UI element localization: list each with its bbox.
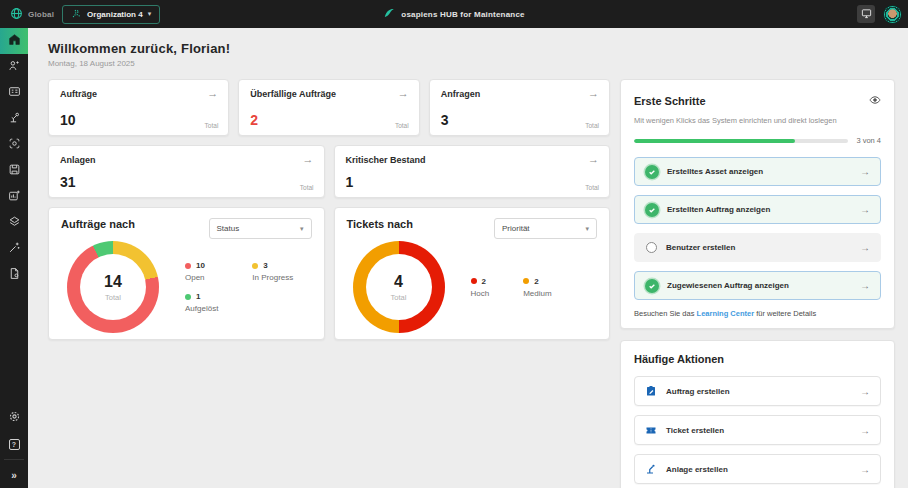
organization-selector[interactable]: Organization 4 ▾	[62, 5, 160, 24]
sidebar-item-work-orders[interactable]	[0, 80, 28, 106]
qa-item-auftrag-erstellen[interactable]: Auftrag erstellen →	[634, 376, 881, 406]
chart-title: Tickets nach	[347, 218, 413, 230]
monitor-icon	[861, 5, 872, 23]
sidebar-item-help[interactable]: ?	[0, 431, 28, 457]
sidebar-item-team[interactable]	[0, 54, 28, 80]
arrow-right-icon: →	[860, 242, 870, 253]
quick-actions-title: Häufige Aktionen	[634, 353, 881, 365]
arrow-right-icon: →	[588, 87, 599, 99]
kpi-card-ueberfaellige-auftraege[interactable]: Überfällige Aufträge → 2 Total	[238, 79, 419, 136]
donut-total-label: Total	[105, 293, 121, 302]
sidebar-item-scanner[interactable]	[0, 132, 28, 158]
arrow-right-icon: →	[860, 425, 870, 436]
legend-dot	[471, 278, 477, 284]
legend-item-hoch: 2 Hoch	[471, 277, 490, 298]
progress-bar	[634, 139, 848, 143]
kpi-value: 2	[250, 112, 258, 128]
kpi-total-label: Total	[205, 122, 219, 129]
sidebar-item-documents[interactable]	[0, 262, 28, 288]
help-icon: ?	[9, 439, 20, 450]
getting-started-subtitle: Mit wenigen Klicks das System einrichten…	[634, 116, 881, 125]
learning-center-link[interactable]: Learning Center	[697, 309, 755, 318]
sidebar-item-home[interactable]	[0, 28, 28, 54]
sidebar-item-reports[interactable]	[0, 184, 28, 210]
sidebar-item-settings[interactable]	[0, 405, 28, 431]
chart-title: Aufträge nach	[61, 218, 135, 230]
kpi-label: Kritischer Bestand	[346, 155, 599, 165]
magic-wand-icon	[8, 240, 21, 258]
arrow-right-icon: →	[207, 87, 218, 99]
user-avatar[interactable]	[883, 5, 902, 24]
layers-icon	[8, 214, 21, 232]
chart-card-auftraege-nach: Aufträge nach Status ▾ 14 Total	[48, 207, 325, 340]
qa-item-anlage-erstellen[interactable]: Anlage erstellen →	[634, 454, 881, 484]
donut-chart-tickets: 4 Total	[353, 241, 445, 333]
sidebar-nav: ? »	[0, 28, 28, 488]
chart-legend: 10 Open 3 In Progress 1 Aufgelöst	[185, 261, 293, 313]
sidebar-item-inventory[interactable]	[0, 158, 28, 184]
kpi-label: Aufträge	[60, 89, 217, 99]
kpi-card-auftraege[interactable]: Aufträge → 10 Total	[48, 79, 229, 136]
kpi-card-anlagen[interactable]: Anlagen → 31 Total	[48, 145, 325, 198]
getting-started-panel: Erste Schritte Mit wenigen Klicks das Sy…	[620, 79, 895, 329]
double-chevron-right-icon: »	[11, 470, 17, 481]
kpi-value: 3	[441, 112, 449, 128]
legend-item-aufgeloest: 1 Aufgelöst	[185, 292, 218, 313]
sidebar-item-assets[interactable]	[0, 106, 28, 132]
status-filter-select[interactable]: Status ▾	[209, 218, 312, 239]
globe-icon	[10, 7, 23, 22]
eye-icon[interactable]	[869, 92, 881, 110]
inventory-icon	[8, 162, 21, 180]
sidebar-item-parts[interactable]	[0, 210, 28, 236]
page-date: Montag, 18 August 2025	[48, 59, 895, 68]
kpi-card-kritischer-bestand[interactable]: Kritischer Bestand → 1 Total	[334, 145, 611, 198]
chevron-down-icon: ▾	[148, 10, 152, 18]
kpi-card-anfragen[interactable]: Anfragen → 3 Total	[429, 79, 610, 136]
legend-item-in-progress: 3 In Progress	[252, 261, 293, 282]
qa-item-ticket-erstellen[interactable]: Ticket erstellen →	[634, 415, 881, 445]
legend-item-medium: 2 Medium	[523, 277, 551, 298]
progress-bar-fill	[634, 139, 795, 143]
arrow-right-icon: →	[860, 464, 870, 475]
kpi-label: Anlagen	[60, 155, 313, 165]
quick-actions-panel: Häufige Aktionen Auftrag erstellen → Tic…	[620, 340, 895, 488]
qr-scan-icon	[8, 136, 21, 154]
legend-dot	[185, 294, 191, 300]
legend-dot	[252, 263, 258, 269]
display-mode-button[interactable]	[857, 5, 875, 23]
sidebar-collapse-button[interactable]: »	[0, 462, 28, 488]
top-bar: Global Organization 4 ▾ osapiens HUB for…	[0, 0, 908, 28]
gs-item-erstelltes-asset[interactable]: Erstelltes Asset anzeigen →	[634, 157, 881, 186]
main-content: Willkommen zurück, Florian! Montag, 18 A…	[28, 28, 908, 488]
organization-icon	[71, 8, 82, 21]
gs-item-zugewiesenen-auftrag[interactable]: Zugewiesenen Auftrag anzeigen →	[634, 271, 881, 300]
gs-item-benutzer-erstellen[interactable]: Benutzer erstellen →	[634, 233, 881, 262]
ticket-icon	[645, 424, 657, 436]
arrow-right-icon: →	[398, 87, 409, 99]
global-label: Global	[28, 10, 54, 19]
getting-started-footer: Besuchen Sie das Learning Center für wei…	[634, 309, 881, 318]
progress-label: 3 von 4	[856, 136, 881, 145]
chart-card-tickets-nach: Tickets nach Priorität ▾ 4 Total	[334, 207, 611, 340]
sidebar-item-automation[interactable]	[0, 236, 28, 262]
kpi-total-label: Total	[395, 122, 409, 129]
arrow-right-icon: →	[860, 166, 870, 177]
donut-chart-auftraege: 14 Total	[67, 241, 159, 333]
getting-started-title: Erste Schritte	[634, 95, 706, 107]
kpi-value: 10	[60, 112, 76, 128]
arrow-right-icon: →	[860, 386, 870, 397]
legend-dot	[523, 278, 529, 284]
chart-add-icon	[8, 188, 21, 206]
global-scope[interactable]: Global	[10, 7, 54, 22]
kpi-total-label: Total	[300, 184, 314, 191]
prioritaet-filter-select[interactable]: Priorität ▾	[494, 218, 597, 239]
robot-arm-icon	[8, 110, 21, 128]
work-orders-icon	[8, 84, 21, 102]
kpi-total-label: Total	[585, 184, 599, 191]
clipboard-edit-icon	[645, 385, 657, 397]
organization-label: Organization 4	[87, 10, 143, 19]
sidebar-divider	[4, 459, 24, 460]
chart-legend: 2 Hoch 2 Medium	[471, 277, 552, 298]
kpi-label: Anfragen	[441, 89, 598, 99]
gs-item-erstellten-auftrag[interactable]: Erstellten Auftrag anzeigen →	[634, 195, 881, 224]
